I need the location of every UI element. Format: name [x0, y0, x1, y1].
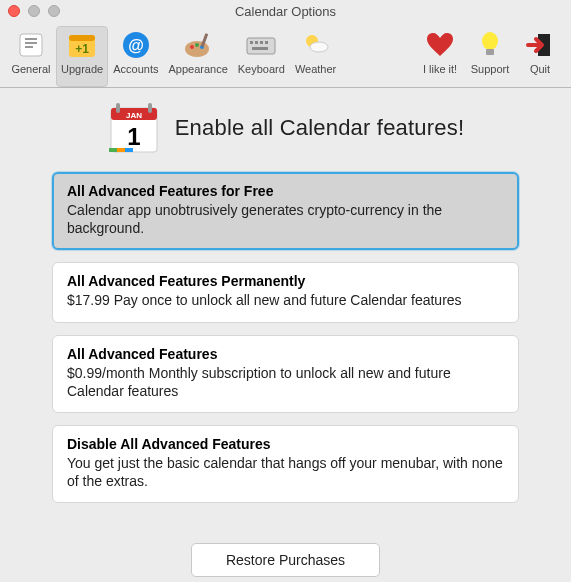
- toolbar-label: I like it!: [423, 63, 457, 75]
- toolbar-quit[interactable]: Quit: [515, 26, 565, 87]
- svg-rect-2: [25, 42, 37, 44]
- plan-title: All Advanced Features: [67, 346, 504, 362]
- toolbar-label: General: [11, 63, 50, 75]
- plan-disable[interactable]: Disable All Advanced Features You get ju…: [52, 425, 519, 503]
- toolbar-appearance[interactable]: Appearance: [163, 26, 232, 87]
- plan-desc: Calendar app unobtrusively generates cry…: [67, 201, 504, 237]
- toolbar-label: Appearance: [168, 63, 227, 75]
- calendar-day: 1: [127, 123, 140, 150]
- toolbar-accounts[interactable]: @ Accounts: [108, 26, 163, 87]
- toolbar-label: Support: [471, 63, 510, 75]
- toolbar-label: Quit: [530, 63, 550, 75]
- toolbar: General +1 Upgrade @ Accounts Appearance…: [0, 22, 571, 88]
- svg-rect-28: [148, 103, 152, 113]
- svg-rect-5: [69, 35, 95, 41]
- svg-rect-16: [255, 41, 258, 44]
- svg-rect-14: [247, 38, 275, 54]
- keyboard-icon: [245, 29, 277, 61]
- toolbar-label: Weather: [295, 63, 336, 75]
- svg-rect-31: [125, 148, 133, 152]
- svg-text:@: @: [128, 37, 144, 54]
- palette-icon: [182, 29, 214, 61]
- svg-rect-0: [20, 34, 42, 56]
- svg-rect-27: [116, 103, 120, 113]
- titlebar: Calendar Options: [0, 0, 571, 22]
- toolbar-like[interactable]: I like it!: [415, 26, 465, 87]
- svg-rect-23: [486, 49, 494, 55]
- general-icon: [15, 29, 47, 61]
- lightbulb-icon: [474, 29, 506, 61]
- plan-desc: You get just the basic calendar that han…: [67, 454, 504, 490]
- hero: JAN 1 Enable all Calendar features!: [10, 100, 561, 156]
- svg-rect-19: [252, 47, 268, 50]
- plan-title: All Advanced Features Permanently: [67, 273, 504, 289]
- toolbar-general[interactable]: General: [6, 26, 56, 87]
- svg-rect-30: [117, 148, 125, 152]
- accounts-icon: @: [120, 29, 152, 61]
- plan-title: All Advanced Features for Free: [67, 183, 504, 199]
- content-area: JAN 1 Enable all Calendar features! All …: [0, 88, 571, 577]
- calendar-month: JAN: [126, 111, 142, 120]
- plan-free[interactable]: All Advanced Features for Free Calendar …: [52, 172, 519, 250]
- toolbar-keyboard[interactable]: Keyboard: [233, 26, 290, 87]
- svg-text:+1: +1: [75, 42, 89, 56]
- plan-permanent[interactable]: All Advanced Features Permanently $17.99…: [52, 262, 519, 322]
- toolbar-upgrade[interactable]: +1 Upgrade: [56, 26, 108, 87]
- exit-icon: [524, 29, 556, 61]
- restore-purchases-button[interactable]: Restore Purchases: [191, 543, 380, 577]
- heart-icon: [424, 29, 456, 61]
- toolbar-label: Accounts: [113, 63, 158, 75]
- calendar-icon: JAN 1: [107, 100, 161, 156]
- svg-rect-17: [260, 41, 263, 44]
- svg-point-22: [482, 32, 498, 50]
- hero-title: Enable all Calendar features!: [175, 115, 465, 141]
- svg-point-10: [190, 45, 194, 49]
- plan-title: Disable All Advanced Features: [67, 436, 504, 452]
- svg-rect-29: [109, 148, 117, 152]
- upgrade-icon: +1: [66, 29, 98, 61]
- toolbar-label: Keyboard: [238, 63, 285, 75]
- plan-desc: $17.99 Pay once to unlock all new and fu…: [67, 291, 504, 309]
- plan-options: All Advanced Features for Free Calendar …: [10, 172, 561, 503]
- svg-rect-1: [25, 38, 37, 40]
- plan-desc: $0.99/month Monthly subscription to unlo…: [67, 364, 504, 400]
- svg-point-11: [195, 43, 199, 47]
- toolbar-label: Upgrade: [61, 63, 103, 75]
- window-title: Calendar Options: [0, 4, 571, 19]
- toolbar-support[interactable]: Support: [465, 26, 515, 87]
- svg-rect-15: [250, 41, 253, 44]
- plan-monthly[interactable]: All Advanced Features $0.99/month Monthl…: [52, 335, 519, 413]
- svg-point-21: [310, 42, 328, 52]
- svg-rect-18: [265, 41, 268, 44]
- svg-rect-3: [25, 46, 33, 48]
- toolbar-weather[interactable]: Weather: [290, 26, 341, 87]
- weather-icon: [300, 29, 332, 61]
- restore-section: Restore Purchases: [10, 543, 561, 577]
